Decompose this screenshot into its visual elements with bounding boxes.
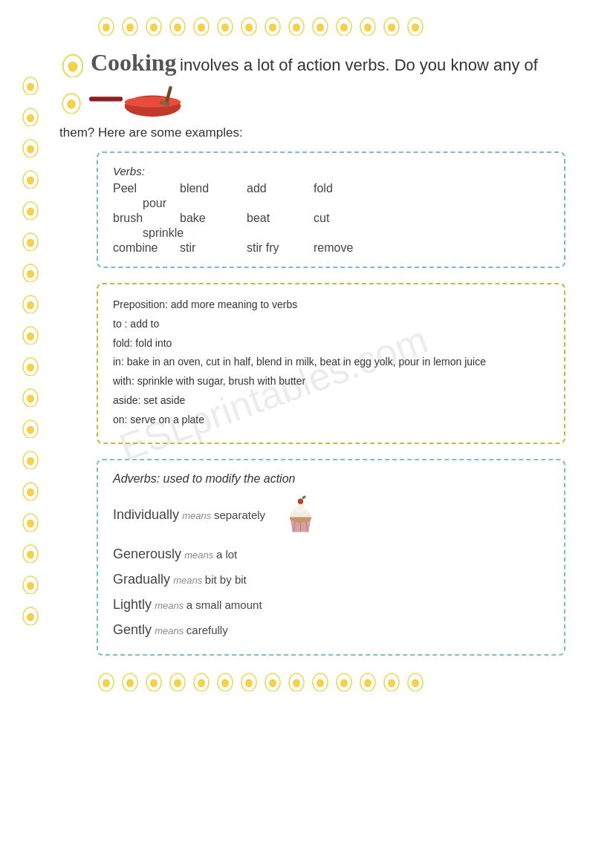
verbs-line-1: Peel blend add fold: [113, 182, 549, 195]
svg-point-105: [364, 679, 371, 688]
svg-point-87: [150, 679, 158, 688]
svg-point-35: [27, 177, 34, 185]
egg-icon: [406, 15, 425, 36]
adverb-means-1: means: [182, 510, 214, 521]
egg-icon: [382, 670, 401, 691]
adverb-def-4: a small amount: [186, 598, 262, 611]
adverbs-content: Individually means separately: [113, 495, 549, 643]
egg-icon: [287, 15, 306, 36]
adverb-gradually: Gradually: [113, 572, 170, 587]
adverbs-box: Adverbs: used to modify the action Indiv…: [97, 459, 565, 656]
pan-text: them? Here are some examples:: [59, 125, 588, 140]
svg-point-95: [245, 679, 253, 688]
adverb-gently: Gently: [113, 622, 152, 637]
title-cooking: Cooking: [91, 49, 177, 76]
svg-point-37: [27, 208, 34, 216]
verb-pour: pour: [143, 197, 195, 210]
egg-icon: [192, 670, 211, 691]
svg-point-21: [340, 24, 348, 32]
svg-point-93: [221, 679, 229, 688]
svg-point-1: [103, 24, 110, 32]
prep-aside: aside: set aside: [113, 392, 549, 410]
egg-icon: [406, 670, 425, 691]
egg-icon: [21, 386, 40, 407]
adverb-means-5: means: [155, 625, 186, 636]
verb-sprinkle: sprinkle: [143, 226, 195, 240]
svg-point-49: [27, 395, 34, 403]
pan-area: [59, 85, 588, 118]
svg-point-67: [67, 99, 76, 109]
verb-fold: fold: [314, 182, 366, 195]
svg-point-25: [388, 24, 395, 32]
svg-point-109: [412, 679, 419, 688]
svg-point-27: [412, 24, 419, 32]
pan-illustration: [88, 85, 184, 118]
egg-icon: [21, 74, 40, 95]
prep-title: Preposition: add more meaning to verbs: [113, 296, 549, 314]
title-area: Cooking involves a lot of action verbs. …: [22, 49, 588, 77]
egg-icon: [21, 261, 40, 282]
egg-icon: [263, 15, 282, 36]
adverb-lightly: Lightly: [113, 597, 152, 612]
svg-point-5: [150, 24, 158, 32]
svg-point-59: [27, 551, 34, 559]
gradually-line: Gradually means bit by bit: [113, 567, 549, 592]
egg-icon: [382, 15, 401, 36]
svg-point-70: [125, 97, 181, 107]
cupcake-illustration: [280, 495, 321, 535]
egg-icon: [21, 199, 40, 220]
svg-point-15: [269, 24, 276, 32]
pan-egg-icon: [59, 90, 83, 114]
adverb-means-4: means: [155, 600, 186, 611]
egg-icon: [21, 355, 40, 376]
verb-stirfry: stir fry: [247, 241, 299, 255]
svg-point-61: [27, 582, 34, 590]
svg-point-47: [27, 364, 34, 372]
svg-point-33: [27, 146, 34, 154]
svg-point-45: [27, 333, 34, 341]
egg-icon: [21, 105, 40, 126]
svg-point-29: [27, 83, 34, 91]
gently-line: Gently means carefully: [113, 617, 549, 642]
egg-icon: [358, 15, 377, 36]
egg-icon: [311, 670, 330, 691]
svg-point-23: [364, 24, 371, 32]
egg-icon: [287, 670, 306, 691]
prep-in: in: bake in an oven, cut in half, blend …: [113, 353, 549, 371]
egg-icon: [21, 542, 40, 563]
svg-point-83: [103, 679, 110, 688]
verb-bake: bake: [180, 212, 232, 225]
egg-icon: [334, 670, 354, 691]
individually-line: Individually means separately: [113, 495, 549, 535]
egg-icon: [21, 511, 40, 532]
svg-point-55: [27, 489, 34, 497]
adverb-def-2: a lot: [216, 548, 237, 561]
preposition-box: Preposition: add more meaning to verbs t…: [97, 283, 565, 444]
adverb-def-5: carefully: [186, 624, 228, 636]
svg-point-9: [198, 24, 205, 32]
svg-point-63: [27, 613, 34, 621]
verbs-line-5: combine stir stir fry remove: [113, 241, 549, 255]
egg-icon: [97, 15, 116, 36]
verbs-title: Verbs:: [113, 165, 549, 177]
egg-icon: [21, 324, 40, 345]
svg-point-99: [293, 679, 300, 688]
egg-icon: [168, 15, 187, 36]
svg-point-39: [27, 239, 34, 247]
egg-icon: [21, 448, 40, 469]
svg-point-53: [27, 457, 34, 466]
egg-icon: [334, 15, 354, 36]
adverb-means-3: means: [173, 575, 205, 586]
egg-icon: [144, 670, 163, 691]
verbs-box: Verbs: Peel blend add fold pour brush ba…: [97, 151, 565, 268]
adverb-generously: Generously: [113, 546, 181, 561]
svg-point-101: [317, 679, 324, 688]
adverbs-title: Adverbs: used to modify the action: [113, 472, 549, 486]
svg-point-85: [126, 679, 134, 688]
egg-icon: [215, 15, 235, 36]
svg-rect-68: [89, 97, 123, 101]
verbs-line-4: sprinkle: [113, 226, 549, 240]
individually-text: Individually means separately: [113, 502, 265, 527]
svg-point-91: [198, 679, 205, 688]
egg-icon: [263, 670, 282, 691]
